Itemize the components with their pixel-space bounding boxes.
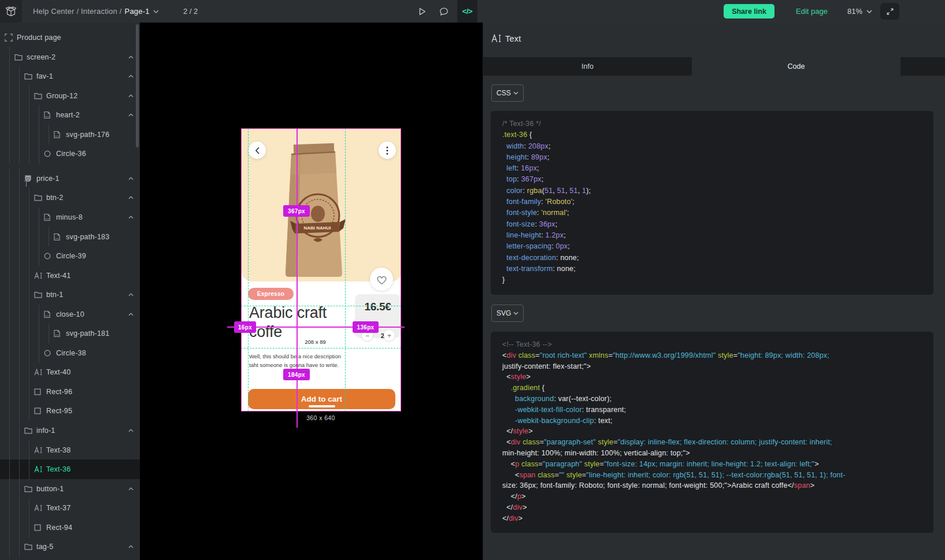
chevron-up-icon[interactable] bbox=[128, 429, 134, 432]
zoom-level-dropdown[interactable]: 81% bbox=[847, 0, 872, 23]
layer-heart-2[interactable]: heart-2 bbox=[0, 105, 140, 125]
chevron-up-icon[interactable] bbox=[128, 487, 134, 491]
indent-guide bbox=[9, 285, 10, 305]
indent-guide bbox=[19, 207, 20, 227]
layer-minus-8[interactable]: minus-8 bbox=[0, 207, 140, 227]
layer-close-10[interactable]: close-10 bbox=[0, 305, 140, 324]
measure-line-vertical bbox=[297, 128, 298, 428]
layer-text-36[interactable]: Text-36 bbox=[0, 459, 140, 479]
chevron-up-icon[interactable] bbox=[128, 545, 134, 548]
kebab-menu-button[interactable] bbox=[379, 142, 396, 159]
product-title[interactable]: Arabic craft coffe bbox=[249, 303, 349, 342]
play-button[interactable] bbox=[415, 0, 429, 23]
layer-svg-path-176[interactable]: svg-path-176 bbox=[0, 125, 140, 144]
indent-guide bbox=[19, 285, 20, 305]
app-logo[interactable] bbox=[0, 0, 22, 23]
indent-guide bbox=[9, 401, 10, 421]
layer-label: tag-5 bbox=[36, 543, 54, 551]
design-canvas[interactable]: NABI NAHUI Expresso Arabic craft bbox=[140, 23, 483, 560]
page-counter: 2 / 2 bbox=[183, 0, 198, 23]
share-link-button[interactable]: Share link bbox=[724, 4, 774, 18]
fullscreen-button[interactable] bbox=[880, 3, 899, 20]
home-indicator bbox=[309, 405, 335, 407]
guide-right bbox=[345, 128, 346, 411]
quantity-increase-button[interactable]: + bbox=[384, 330, 395, 341]
svg-code-block[interactable]: <!-- Text-36 --><div class="root rich-te… bbox=[491, 332, 933, 533]
indent-guide bbox=[19, 440, 20, 460]
svg-language-select[interactable]: SVG bbox=[491, 305, 524, 322]
layer-screen-2[interactable]: screen-2 bbox=[0, 47, 140, 67]
favorite-button[interactable] bbox=[370, 268, 393, 291]
indent-guide bbox=[19, 518, 20, 537]
sidebar-scrollbar[interactable] bbox=[136, 24, 139, 147]
layer-btn-1[interactable]: btn-1 bbox=[0, 285, 140, 305]
comment-button[interactable] bbox=[437, 0, 451, 23]
chevron-up-icon[interactable] bbox=[128, 75, 134, 78]
layer-product-page[interactable]: Product page bbox=[0, 28, 140, 47]
layer-rect-95[interactable]: Rect-95 bbox=[0, 401, 140, 421]
layer-fav-1[interactable]: fav-1 bbox=[0, 66, 140, 86]
layer-label: screen-2 bbox=[27, 53, 55, 61]
layer-circle-36[interactable]: Circle-36 bbox=[0, 144, 140, 164]
chevron-up-icon[interactable] bbox=[128, 196, 134, 199]
text-icon bbox=[34, 466, 43, 473]
indent-guide bbox=[49, 125, 49, 144]
back-button[interactable] bbox=[249, 142, 266, 159]
folder-icon bbox=[24, 485, 32, 492]
chevron-down-icon[interactable] bbox=[153, 10, 159, 13]
folder-icon bbox=[14, 54, 23, 61]
breadcrumb-path: Help Center / Interaction / bbox=[33, 7, 122, 16]
layer-text-41[interactable]: Text-41 bbox=[0, 266, 140, 285]
edit-page-link[interactable]: Edit page bbox=[796, 0, 828, 23]
chevron-up-icon[interactable] bbox=[128, 313, 134, 316]
chevron-up-icon[interactable] bbox=[128, 177, 134, 180]
indent-guide bbox=[19, 401, 20, 421]
artboard-product-page[interactable]: NABI NAHUI Expresso Arabic craft bbox=[241, 128, 401, 411]
circle-icon bbox=[44, 253, 51, 259]
layer-label: Rect-94 bbox=[46, 524, 72, 532]
layer-text-40[interactable]: Text-40 bbox=[0, 362, 140, 382]
css-language-select[interactable]: CSS bbox=[491, 84, 524, 102]
indent-guide bbox=[29, 105, 29, 125]
layer-label: price-1 bbox=[36, 175, 60, 183]
indent-guide bbox=[9, 305, 10, 324]
layer-svg-path-181[interactable]: svg-path-181 bbox=[0, 324, 140, 343]
circle-icon bbox=[44, 150, 51, 157]
tab-code[interactable]: Code bbox=[692, 57, 900, 76]
layer-rect-96[interactable]: Rect-96 bbox=[0, 382, 140, 402]
svgfile-icon bbox=[44, 310, 50, 318]
chevron-up-icon[interactable] bbox=[128, 94, 134, 98]
layer-text-38[interactable]: Text-38 bbox=[0, 440, 140, 460]
css-code-block[interactable]: /* Text-36 */.text-36 { width: 208px; he… bbox=[491, 111, 933, 295]
indent-guide bbox=[29, 207, 29, 227]
layer-circle-39[interactable]: Circle-39 bbox=[0, 246, 140, 266]
breadcrumb[interactable]: Help Center / Interaction / Page-1 bbox=[33, 0, 159, 23]
tab-info[interactable]: Info bbox=[483, 57, 692, 76]
layer-btn-2[interactable]: btn-2 bbox=[0, 188, 140, 207]
chevron-up-icon[interactable] bbox=[128, 55, 134, 59]
svgfile-icon bbox=[44, 213, 50, 221]
layer-group-12[interactable]: Group-12 bbox=[0, 86, 140, 106]
indent-guide bbox=[29, 227, 29, 247]
layer-label: Text-38 bbox=[46, 446, 71, 454]
layer-label: fav-1 bbox=[36, 72, 53, 80]
layer-info-1[interactable]: info-1 bbox=[0, 421, 140, 440]
chevron-up-icon[interactable] bbox=[128, 293, 134, 296]
layer-button-1[interactable]: button-1 bbox=[0, 479, 140, 499]
layer-svg-path-183[interactable]: svg-path-183 bbox=[0, 227, 140, 247]
code-view-button[interactable]: </> bbox=[457, 0, 477, 23]
layer-rect-94[interactable]: Rect-94 bbox=[0, 518, 140, 537]
text-layer-icon bbox=[491, 34, 502, 43]
layer-label: Group-12 bbox=[46, 92, 77, 100]
layer-tag-5[interactable]: tag-5 bbox=[0, 537, 140, 557]
chevron-up-icon[interactable] bbox=[128, 216, 134, 219]
indent-guide bbox=[19, 421, 20, 440]
layer-price-1[interactable]: price-1 bbox=[0, 169, 140, 188]
layer-text-37[interactable]: Text-37 bbox=[0, 498, 140, 518]
chevron-up-icon[interactable] bbox=[128, 113, 134, 117]
text-icon bbox=[34, 369, 43, 376]
layer-circle-38[interactable]: Circle-38 bbox=[0, 343, 140, 363]
indent-guide bbox=[29, 144, 29, 164]
indent-guide bbox=[39, 125, 39, 144]
product-tag-badge[interactable]: Expresso bbox=[248, 288, 294, 300]
